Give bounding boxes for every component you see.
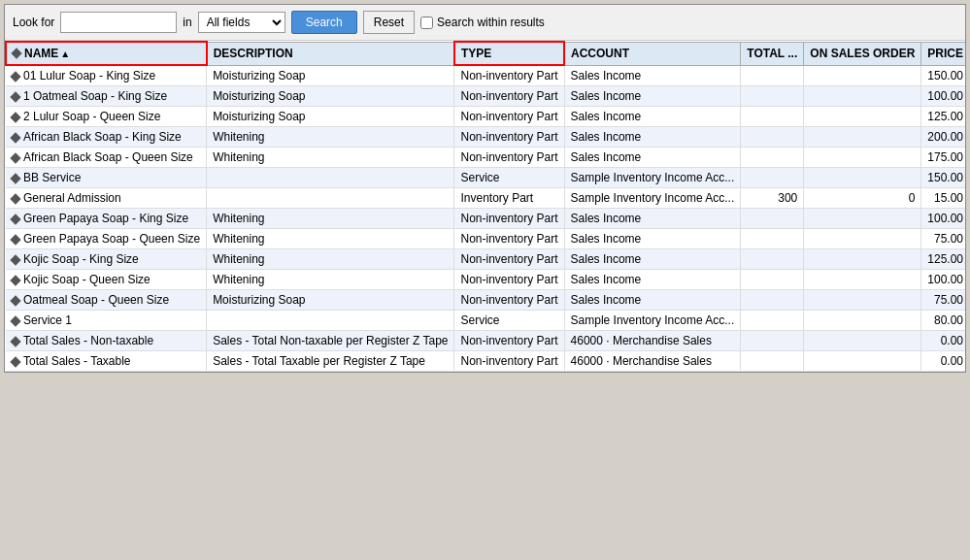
col-header-total[interactable]: TOTAL ...: [741, 42, 804, 65]
cell-onsales: [804, 168, 921, 188]
col-header-name[interactable]: NAME ▲: [6, 42, 207, 65]
col-header-price[interactable]: PRICE: [921, 42, 965, 65]
table-header-row: NAME ▲ DESCRIPTION TYPE: [6, 42, 965, 65]
col-resizer-type[interactable]: [559, 43, 563, 64]
cell-type: Non-inventory Part: [454, 209, 564, 229]
table-row[interactable]: African Black Soap - King SizeWhiteningN…: [6, 127, 965, 148]
fields-select[interactable]: All fields: [198, 12, 285, 33]
table-row[interactable]: Total Sales - TaxableSales - Total Taxab…: [6, 351, 965, 372]
cell-price: 100.00: [921, 86, 965, 107]
cell-total: [741, 331, 804, 351]
cell-onsales: [804, 311, 921, 331]
cell-name: Oatmeal Soap - Queen Size: [6, 290, 207, 311]
cell-price: 125.00: [921, 107, 965, 127]
cell-name: Total Sales - Taxable: [6, 351, 207, 372]
cell-account: Sample Inventory Income Acc...: [564, 188, 741, 209]
sort-asc-icon: ▲: [60, 49, 70, 59]
col-header-onsales[interactable]: ON SALES ORDER: [804, 42, 921, 65]
cell-total: [741, 229, 804, 249]
col-header-description[interactable]: DESCRIPTION: [207, 42, 454, 65]
cell-description: [207, 188, 454, 209]
cell-onsales: [804, 331, 921, 351]
col-resizer-name[interactable]: [202, 43, 206, 64]
cell-total: [741, 270, 804, 290]
lookfor-label: Look for: [13, 16, 54, 29]
cell-description: [207, 311, 454, 331]
cell-price: 100.00: [921, 270, 965, 290]
cell-account: Sales Income: [564, 270, 741, 290]
items-table: NAME ▲ DESCRIPTION TYPE: [5, 41, 965, 372]
in-label: in: [183, 16, 191, 29]
cell-name: Kojic Soap - King Size: [6, 249, 207, 270]
col-header-type[interactable]: TYPE: [454, 42, 564, 65]
row-diamond-icon: [10, 91, 20, 102]
cell-description: Whitening: [207, 209, 454, 229]
cell-total: [741, 249, 804, 270]
cell-account: Sample Inventory Income Acc...: [564, 311, 741, 331]
cell-description: Sales - Total Non-taxable per Register Z…: [207, 331, 454, 351]
cell-name: African Black Soap - Queen Size: [6, 148, 207, 168]
col-resizer-account[interactable]: [736, 43, 740, 65]
col-resizer-onsales[interactable]: [917, 43, 920, 65]
cell-name: 01 Lulur Soap - King Size: [6, 65, 207, 86]
col-header-account[interactable]: ACCOUNT: [564, 42, 741, 65]
table-row[interactable]: Service 1ServiceSample Inventory Income …: [6, 311, 965, 331]
cell-description: Sales - Total Taxable per Register Z Tap…: [207, 351, 454, 372]
search-button[interactable]: Search: [291, 11, 357, 34]
table-row[interactable]: 1 Oatmeal Soap - King SizeMoisturizing S…: [6, 86, 965, 107]
cell-type: Non-inventory Part: [454, 351, 564, 372]
table-row[interactable]: Green Papaya Soap - Queen SizeWhiteningN…: [6, 229, 965, 249]
row-diamond-icon: [10, 71, 20, 82]
cell-account: Sales Income: [564, 148, 741, 168]
cell-type: Non-inventory Part: [454, 86, 564, 107]
cell-type: Non-inventory Part: [454, 148, 564, 168]
table-row[interactable]: Kojic Soap - King SizeWhiteningNon-inven…: [6, 249, 965, 270]
search-within-label[interactable]: Search within results: [420, 16, 545, 29]
table-row[interactable]: 2 Lulur Soap - Queen SizeMoisturizing So…: [6, 107, 965, 127]
row-diamond-icon: [10, 295, 20, 306]
cell-type: Inventory Part: [454, 188, 564, 209]
row-diamond-icon: [10, 336, 20, 346]
cell-account: Sales Income: [564, 229, 741, 249]
cell-account: Sales Income: [564, 290, 741, 311]
table-row[interactable]: Total Sales - Non-taxableSales - Total N…: [6, 331, 965, 351]
cell-total: [741, 148, 804, 168]
diamond-icon: [11, 48, 21, 58]
table-row[interactable]: Green Papaya Soap - King SizeWhiteningNo…: [6, 209, 965, 229]
cell-onsales: [804, 249, 921, 270]
toolbar: Look for in All fields Search Reset Sear…: [5, 5, 965, 41]
cell-name: 1 Oatmeal Soap - King Size: [6, 86, 207, 107]
col-resizer-total[interactable]: [799, 43, 803, 65]
col-resizer-desc[interactable]: [450, 43, 453, 65]
table-row[interactable]: General AdmissionInventory PartSample In…: [6, 188, 965, 209]
cell-account: Sales Income: [564, 127, 741, 148]
cell-total: 300: [741, 188, 804, 209]
table-row[interactable]: African Black Soap - Queen SizeWhitening…: [6, 148, 965, 168]
cell-description: Moisturizing Soap: [207, 86, 454, 107]
search-input[interactable]: [60, 12, 177, 33]
table-row[interactable]: BB ServiceServiceSample Inventory Income…: [6, 168, 965, 188]
row-diamond-icon: [10, 356, 20, 367]
cell-type: Non-inventory Part: [454, 107, 564, 127]
cell-onsales: [804, 270, 921, 290]
table-row[interactable]: Kojic Soap - Queen SizeWhiteningNon-inve…: [6, 270, 965, 290]
row-diamond-icon: [10, 132, 20, 143]
cell-total: [741, 65, 804, 86]
cell-type: Non-inventory Part: [454, 249, 564, 270]
row-diamond-icon: [10, 112, 20, 122]
cell-onsales: [804, 107, 921, 127]
cell-price: 0.00: [921, 351, 965, 372]
search-within-checkbox[interactable]: [420, 16, 433, 29]
cell-name: Green Papaya Soap - Queen Size: [6, 229, 207, 249]
cell-name: BB Service: [6, 168, 207, 188]
cell-account: Sales Income: [564, 209, 741, 229]
reset-button[interactable]: Reset: [363, 11, 415, 34]
table-row[interactable]: Oatmeal Soap - Queen SizeMoisturizing So…: [6, 290, 965, 311]
cell-onsales: [804, 86, 921, 107]
cell-description: Whitening: [207, 229, 454, 249]
main-window: Look for in All fields Search Reset Sear…: [4, 4, 966, 373]
table-row[interactable]: 01 Lulur Soap - King SizeMoisturizing So…: [6, 65, 965, 86]
row-diamond-icon: [10, 152, 20, 163]
cell-onsales: [804, 148, 921, 168]
cell-account: 46000 · Merchandise Sales: [564, 331, 741, 351]
